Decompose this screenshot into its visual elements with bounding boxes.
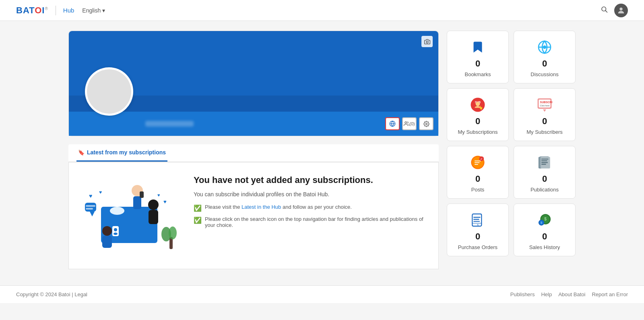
svg-point-10 bbox=[110, 207, 124, 215]
my-subscriptions-count: 0 bbox=[475, 116, 480, 127]
footer-publishers-link[interactable]: Publishers bbox=[510, 291, 535, 297]
svg-point-2 bbox=[619, 7, 622, 10]
discussions-label: Discussions bbox=[530, 71, 558, 77]
svg-line-1 bbox=[605, 10, 607, 12]
lang-arrow-icon: ▾ bbox=[102, 7, 105, 14]
publications-label: Publications bbox=[530, 187, 559, 193]
subscription-text: You have not yet added any subscriptions… bbox=[194, 175, 430, 232]
discussions-icon bbox=[536, 38, 553, 56]
bookmark-tab-icon: 🔖 bbox=[78, 150, 85, 156]
svg-point-13 bbox=[148, 199, 159, 210]
profile-avatar bbox=[87, 69, 131, 114]
stat-publications[interactable]: 0 Publications bbox=[514, 146, 576, 199]
followers-icon bbox=[404, 121, 409, 127]
stat-sales-history[interactable]: $ $ 0 Sales History bbox=[514, 204, 576, 256]
latest-hub-link[interactable]: Latest in the Hub bbox=[242, 204, 281, 210]
logo[interactable]: BATOI® bbox=[16, 5, 48, 16]
header-right bbox=[601, 4, 628, 17]
hint-1: ✅ Please visit the Latest in the Hub and… bbox=[194, 204, 430, 212]
hint-1-text: Please visit the Latest in the Hub and f… bbox=[205, 204, 352, 210]
svg-text:Click here: Click here bbox=[540, 104, 550, 107]
main-nav: Hub English ▾ bbox=[63, 7, 105, 14]
stat-my-subscribers[interactable]: SUBSCRIBE Click here 0 My Subscribers bbox=[514, 88, 576, 141]
footer-links: Publishers Help About Batoi Report an Er… bbox=[510, 291, 628, 297]
settings-icon bbox=[423, 121, 429, 127]
svg-rect-12 bbox=[102, 236, 112, 248]
my-subscribers-label: My Subscribers bbox=[526, 129, 563, 135]
my-subscriptions-icon: SUB S 👆 bbox=[469, 96, 487, 114]
svg-point-7 bbox=[425, 123, 427, 125]
tab-subscriptions[interactable]: 🔖 Latest from my subscriptions bbox=[76, 144, 167, 162]
globe-icon bbox=[389, 121, 396, 127]
left-column: (0) 🔖 Latest from my subscriptions bbox=[68, 31, 439, 269]
stats-grid: 0 Bookmarks 0 Discussions SUB S 👆 bbox=[447, 31, 576, 269]
lang-text: English bbox=[82, 7, 101, 14]
stat-posts[interactable]: ✓ 0 Posts bbox=[447, 146, 509, 199]
purchase-orders-icon: $ bbox=[469, 211, 487, 229]
svg-rect-55 bbox=[541, 160, 547, 161]
svg-rect-56 bbox=[541, 162, 548, 163]
user-avatar[interactable] bbox=[614, 4, 628, 17]
search-icon bbox=[601, 6, 608, 13]
language-selector[interactable]: English ▾ bbox=[82, 7, 105, 14]
header-divider bbox=[56, 6, 56, 15]
search-button[interactable] bbox=[601, 6, 608, 15]
svg-point-28 bbox=[169, 226, 177, 239]
check-icon-2: ✅ bbox=[194, 216, 202, 224]
no-subscriptions-heading: You have not yet added any subscriptions… bbox=[194, 175, 430, 186]
profile-actions: (0) bbox=[385, 117, 433, 130]
stat-discussions[interactable]: 0 Discussions bbox=[514, 31, 576, 83]
svg-text:♥: ♥ bbox=[99, 189, 102, 195]
my-subscribers-count: 0 bbox=[542, 116, 547, 127]
purchase-orders-label: Purchase Orders bbox=[458, 244, 497, 250]
svg-rect-54 bbox=[541, 159, 548, 160]
svg-rect-21 bbox=[86, 208, 93, 210]
footer-report-link[interactable]: Report an Error bbox=[592, 291, 628, 297]
stat-my-subscriptions[interactable]: SUB S 👆 0 My Subscriptions bbox=[447, 88, 509, 141]
my-subscribers-icon: SUBSCRIBE Click here bbox=[536, 96, 553, 114]
nav-hub[interactable]: Hub bbox=[63, 7, 74, 14]
check-icon-1: ✅ bbox=[194, 204, 202, 212]
svg-point-31 bbox=[114, 233, 118, 235]
svg-rect-59 bbox=[473, 217, 480, 218]
footer-help-link[interactable]: Help bbox=[541, 291, 552, 297]
svg-marker-19 bbox=[90, 212, 95, 216]
hint-2: ✅ Please click on the search icon on the… bbox=[194, 216, 430, 228]
svg-text:$: $ bbox=[477, 224, 479, 226]
svg-rect-18 bbox=[85, 203, 96, 212]
posts-label: Posts bbox=[471, 187, 485, 193]
svg-point-30 bbox=[114, 228, 117, 231]
svg-point-3 bbox=[426, 41, 428, 43]
svg-rect-20 bbox=[86, 205, 95, 207]
subscription-area: ♥ ♥ ♥ ♥ bbox=[68, 162, 439, 269]
profile-avatar-container bbox=[85, 67, 133, 116]
profile-bottom-bar: (0) bbox=[69, 112, 438, 136]
avatar-icon bbox=[617, 6, 625, 15]
svg-rect-60 bbox=[473, 219, 479, 220]
svg-rect-14 bbox=[149, 210, 158, 224]
svg-text:♥: ♥ bbox=[89, 193, 92, 199]
sales-history-count: 0 bbox=[542, 231, 547, 242]
profile-name bbox=[145, 121, 194, 127]
change-cover-button[interactable] bbox=[421, 36, 433, 47]
stat-purchase-orders[interactable]: $ 0 Purchase Orders bbox=[447, 204, 509, 256]
svg-point-37 bbox=[543, 46, 546, 48]
my-subscriptions-label: My Subscriptions bbox=[458, 129, 498, 135]
footer-about-link[interactable]: About Batoi bbox=[558, 291, 585, 297]
svg-rect-16 bbox=[133, 196, 141, 209]
posts-count: 0 bbox=[475, 174, 480, 184]
bookmarks-icon bbox=[469, 38, 487, 56]
svg-text:✓: ✓ bbox=[480, 157, 483, 161]
website-button[interactable] bbox=[385, 117, 400, 130]
profile-card: (0) bbox=[68, 31, 439, 136]
followers-count: (0) bbox=[409, 121, 415, 126]
followers-button[interactable]: (0) bbox=[402, 117, 417, 130]
settings-button[interactable] bbox=[419, 117, 433, 130]
header: BATOI® Hub English ▾ bbox=[0, 0, 644, 21]
svg-text:♥: ♥ bbox=[163, 199, 167, 205]
stat-bookmarks[interactable]: 0 Bookmarks bbox=[447, 31, 509, 83]
bookmarks-label: Bookmarks bbox=[464, 71, 491, 77]
purchase-orders-count: 0 bbox=[475, 231, 480, 242]
posts-icon: ✓ bbox=[469, 154, 487, 171]
profile-banner bbox=[69, 31, 438, 112]
